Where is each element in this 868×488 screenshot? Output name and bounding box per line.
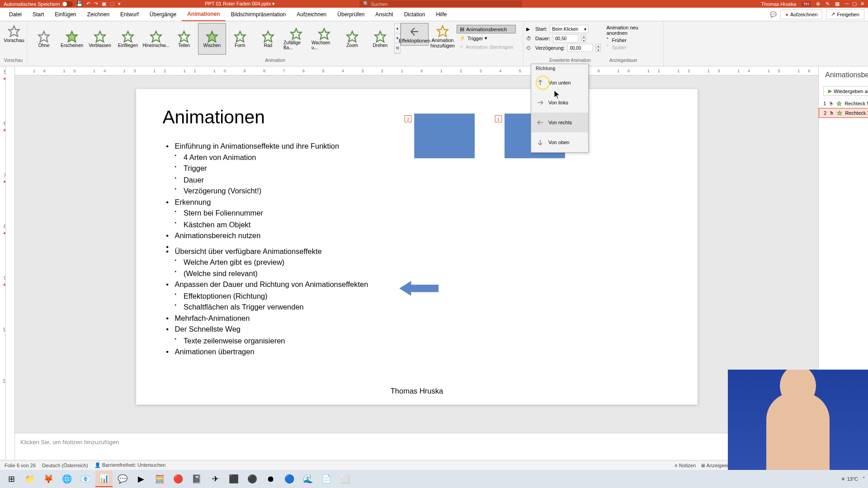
start-label: Start: bbox=[535, 26, 547, 32]
calc-icon[interactable]: 🧮 bbox=[151, 471, 168, 487]
app6-icon[interactable]: 🔵 bbox=[281, 471, 298, 487]
sync-icon[interactable]: ⊕ bbox=[816, 1, 820, 7]
anim-wischen[interactable]: Wischen bbox=[198, 23, 226, 55]
play-from-button[interactable]: ▶ Wiedergeben ab bbox=[823, 86, 868, 96]
direction-von-oben[interactable]: Von oben bbox=[531, 132, 588, 152]
save-icon[interactable]: 💾 bbox=[76, 1, 83, 7]
slide-thumbnail-panel[interactable]: 5★Animationen──────────── 6★Animationen … bbox=[0, 66, 6, 460]
maximize-icon[interactable]: ▢ bbox=[852, 1, 857, 7]
anim-hineinschweben[interactable]: Hineinschw... bbox=[142, 23, 170, 55]
effektoptionen-button[interactable]: Effektoptionen bbox=[401, 23, 429, 46]
direction-von-rechts[interactable]: Von rechts bbox=[531, 113, 588, 132]
telegram-icon[interactable]: ✈ bbox=[207, 471, 224, 487]
frueher-button[interactable]: ˄ Früher bbox=[606, 37, 660, 43]
menu-ueberpruefen[interactable]: Überprüfen bbox=[332, 8, 370, 21]
minimize-icon[interactable]: ─ bbox=[845, 1, 849, 7]
menu-animationen[interactable]: Animationen bbox=[182, 8, 226, 21]
app5-icon[interactable]: ⏺ bbox=[262, 471, 279, 487]
menu-einfuegen[interactable]: Einfügen bbox=[49, 8, 81, 21]
anim-zufaellige[interactable]: Zufällige Ba... bbox=[282, 23, 310, 55]
explorer-icon[interactable]: 📁 bbox=[21, 471, 38, 487]
app7-icon[interactable]: 📄 bbox=[318, 471, 335, 487]
menu-ansicht[interactable]: Ansicht bbox=[370, 8, 398, 21]
close-icon[interactable]: ✕ bbox=[860, 1, 864, 7]
menu-dictation[interactable]: Dictation bbox=[399, 8, 431, 21]
undo-icon[interactable]: ↶ bbox=[86, 1, 90, 7]
menu-datei[interactable]: Datei bbox=[4, 8, 27, 21]
present-icon[interactable]: ▣ bbox=[102, 1, 106, 7]
anim-teilen[interactable]: Teilen bbox=[170, 23, 198, 55]
animation-hinzufuegen-button[interactable]: Animation hinzufügen bbox=[429, 23, 457, 50]
menu-entwurf[interactable]: Entwurf bbox=[115, 8, 144, 21]
menu-uebergaenge[interactable]: Übergänge bbox=[144, 8, 182, 21]
svg-marker-15 bbox=[837, 101, 841, 106]
slide-content[interactable]: Einführung in Animationseffekte und ihre… bbox=[162, 141, 671, 357]
user-avatar[interactable]: TH bbox=[802, 1, 811, 7]
tray-chevron-icon[interactable]: ˄ bbox=[863, 476, 865, 482]
powerpoint-icon[interactable]: 📊 bbox=[95, 471, 113, 487]
user-name[interactable]: Thomas Hruska bbox=[761, 1, 797, 7]
autosave-label: Automatisches Speichern bbox=[4, 1, 60, 7]
app-icon[interactable]: 💬 bbox=[114, 471, 131, 487]
notes-input[interactable]: Klicken Sie, um Notizen hinzuzufügen bbox=[15, 433, 818, 460]
notizen-button[interactable]: ≡ Notizen bbox=[675, 463, 696, 468]
vorschau-button[interactable]: Vorschau bbox=[3, 23, 25, 45]
dauer-input[interactable]: 00,50 bbox=[553, 34, 578, 42]
anim-ohne[interactable]: Ohne bbox=[30, 23, 58, 55]
menu-zeichnen[interactable]: Zeichnen bbox=[82, 8, 115, 21]
anim-drehen[interactable]: Drehen bbox=[366, 23, 394, 55]
ribbon: Vorschau Vorschau Ohne Erscheinen Verbla… bbox=[0, 21, 868, 66]
animationsbereich-button[interactable]: ▤ Animationsbereich bbox=[457, 25, 516, 33]
anim-rad[interactable]: Rad bbox=[254, 23, 282, 55]
app8-icon[interactable]: ⬜ bbox=[336, 471, 354, 487]
freigeben-button[interactable]: ↗Freigeben bbox=[826, 9, 864, 19]
anim-einfliegen[interactable]: Einfliegen bbox=[114, 23, 142, 55]
anim-tag-2[interactable]: 2 bbox=[404, 115, 411, 122]
verzoegerung-input[interactable]: 00,00 bbox=[567, 44, 593, 52]
anim-form[interactable]: Form bbox=[226, 23, 254, 55]
dauer-label: Dauer: bbox=[535, 36, 550, 41]
redo-icon[interactable]: ↷ bbox=[94, 1, 98, 7]
start-button[interactable]: ⊞ bbox=[3, 471, 20, 487]
app3-icon[interactable]: ⬛ bbox=[225, 471, 242, 487]
mouse-cursor bbox=[554, 90, 561, 99]
animation-uebertragen-button: ☆ Animation übertragen bbox=[457, 43, 516, 51]
aufzeichnen-button[interactable]: ●Aufzeichnen bbox=[780, 9, 822, 19]
anim-erscheinen[interactable]: Erscheinen bbox=[58, 23, 86, 55]
anim-pane-title: Animationsbereich bbox=[825, 71, 868, 79]
direction-von-unten[interactable]: Von unten bbox=[531, 73, 588, 93]
firefox-icon[interactable]: 🦊 bbox=[40, 471, 57, 487]
comments-icon[interactable]: 💬 bbox=[770, 11, 777, 18]
draw-icon[interactable]: ✎ bbox=[826, 1, 830, 7]
start-select[interactable]: Beim Klicken ▾ bbox=[550, 25, 589, 33]
accessibility[interactable]: 👤 Barrierefreiheit: Untersuchen bbox=[94, 462, 166, 468]
anim-wachsen[interactable]: Wachsen u... bbox=[310, 23, 338, 55]
window-icon[interactable]: ▦ bbox=[835, 1, 840, 7]
autosave-toggle[interactable]: Automatisches Speichern bbox=[4, 1, 73, 7]
menu-aufzeichnen[interactable]: Aufzeichnen bbox=[291, 8, 332, 21]
effektoptionen-dropdown: Richtung Von unten Von links Von rechts … bbox=[531, 64, 589, 153]
menu-bildschirmpraesentation[interactable]: Bildschirmpräsentation bbox=[226, 8, 291, 21]
vlc-icon[interactable]: ▶ bbox=[132, 471, 150, 487]
chrome-icon[interactable]: 🌐 bbox=[58, 471, 75, 487]
onenote-icon[interactable]: 📓 bbox=[188, 471, 205, 487]
weather-widget[interactable]: ☀ 13°C bbox=[841, 476, 858, 482]
app4-icon[interactable]: ⚫ bbox=[244, 471, 261, 487]
anim-zoom[interactable]: Zoom bbox=[338, 23, 366, 55]
svg-marker-11 bbox=[319, 28, 329, 39]
language[interactable]: Deutsch (Österreich) bbox=[42, 463, 88, 468]
slide-count: Folie 6 von 26 bbox=[5, 463, 36, 468]
anim-tag-1[interactable]: 1 bbox=[495, 115, 502, 122]
anim-verblassen[interactable]: Verblassen bbox=[86, 23, 114, 55]
menu-start[interactable]: Start bbox=[27, 8, 49, 21]
edge-icon[interactable]: 🌊 bbox=[299, 471, 316, 487]
slide-canvas[interactable]: 2 1 Animationen Einführung in Animations… bbox=[136, 89, 698, 404]
touch-icon[interactable]: ⬚ bbox=[110, 1, 114, 7]
outlook-icon[interactable]: 📧 bbox=[77, 471, 94, 487]
trigger-button[interactable]: ⚡ Trigger ▾ bbox=[457, 34, 516, 42]
search-input[interactable]: 🔍 Suchen bbox=[359, 0, 522, 7]
anim-list-item-1[interactable]: 1 🖱 Rechteck 5 bbox=[819, 99, 868, 108]
app2-icon[interactable]: 🔴 bbox=[170, 471, 187, 487]
anim-list-item-2[interactable]: 2 🖱 Rechteck 3 ▾ bbox=[819, 108, 868, 118]
menu-hilfe[interactable]: Hilfe bbox=[430, 8, 452, 21]
